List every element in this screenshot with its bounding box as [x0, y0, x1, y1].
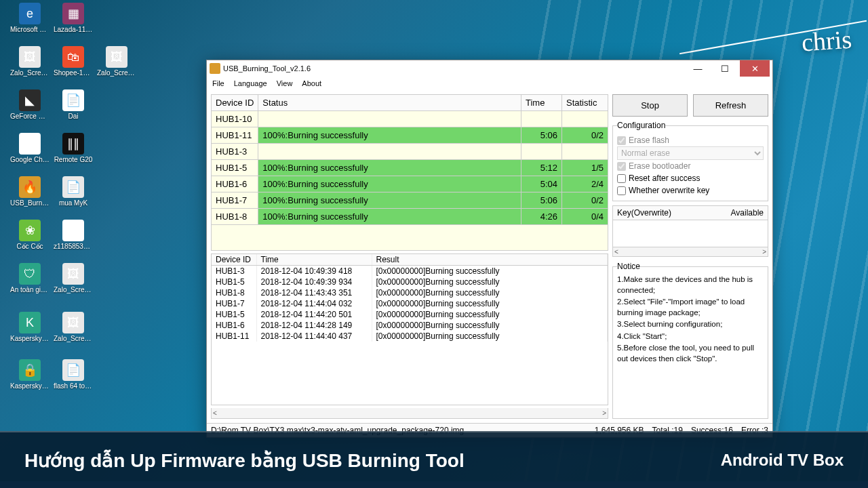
table-row[interactable]: HUB1-7 100%:Burning successfully 5:06 0/… — [212, 192, 608, 209]
cell-id: HUB1-3 — [212, 144, 258, 160]
table-row[interactable]: HUB1-11 100%:Burning successfully 5:06 0… — [212, 127, 608, 144]
menu-view[interactable]: View — [277, 79, 293, 87]
table-row[interactable]: HUB1-8 100%:Burning successfully 4:26 0/… — [212, 209, 608, 225]
desktop-icon[interactable]: ∥∥ Remote G20 — [53, 133, 94, 163]
log-row[interactable]: HUB1-5 2018-12-04 10:49:39 934 [0x000000… — [212, 277, 608, 287]
notice-line: 3.Select burning configuration; — [617, 319, 764, 330]
minimize-button[interactable]: — — [686, 60, 710, 77]
notice-line: 1.Make sure the devices and the hub is c… — [617, 274, 764, 296]
desktop-icon[interactable]: 🖼 Zalo_Scree… — [53, 312, 94, 342]
log-col-id[interactable]: Device ID — [212, 254, 256, 266]
cell-time: 5:06 — [521, 127, 562, 144]
cell-stat — [562, 144, 608, 160]
desktop-icon[interactable]: 🖼 Zalo_Scree… — [9, 46, 50, 77]
cell-status: 100%:Burning successfully — [258, 160, 521, 176]
desktop-icon[interactable]: 📄 flash 64 toshiba — [53, 359, 94, 390]
menu-language[interactable]: Language — [234, 79, 267, 87]
table-row[interactable]: HUB1-3 — [212, 144, 608, 160]
app-icon: 🖼 — [62, 312, 84, 333]
title-bar[interactable]: USB_Burning_Tool_v2.1.6 — ☐ ✕ — [207, 60, 772, 77]
desktop-icon[interactable]: 🖼 Zalo_Scree… — [53, 263, 94, 293]
erase-bootloader-checkbox[interactable]: Erase bootloader — [617, 160, 764, 172]
icon-label: Zalo_Scree… — [54, 286, 93, 293]
icon-label: Zalo_Scree… — [10, 69, 50, 77]
taskbar[interactable] — [0, 481, 868, 488]
table-row[interactable]: HUB1-5 100%:Burning successfully 5:12 1/… — [212, 160, 608, 176]
maximize-button[interactable]: ☐ — [713, 60, 737, 77]
overwrite-key-checkbox[interactable]: Whether overwrite key — [617, 184, 764, 197]
log-col-result[interactable]: Result — [372, 254, 608, 266]
cell-time: 2018-12-04 11:44:28 149 — [256, 320, 372, 331]
cell-time — [521, 144, 562, 160]
erase-flash-checkbox[interactable]: Erase flash — [617, 134, 764, 146]
app-window: USB_Burning_Tool_v2.1.6 — ☐ ✕ FileLangua… — [206, 60, 773, 438]
erase-flash-label: Erase flash — [629, 136, 669, 145]
app-icon: 📄 — [62, 89, 84, 111]
cell-id: HUB1-5 — [212, 277, 256, 287]
close-button[interactable]: ✕ — [740, 60, 770, 77]
log-row[interactable]: HUB1-5 2018-12-04 11:44:20 501 [0x000000… — [212, 309, 608, 320]
cell-time: 2018-12-04 10:49:39 934 — [256, 277, 372, 287]
col-device-id[interactable]: Device ID — [212, 95, 258, 111]
app-icon: ▯ — [62, 220, 84, 241]
overlay-subtitle: Android TV Box — [721, 451, 844, 470]
cell-status: 100%:Burning successfully — [258, 176, 521, 192]
status-table: Device ID Status Time Statistic HUB1-10 … — [211, 94, 608, 251]
log-row[interactable]: HUB1-7 2018-12-04 11:44:04 032 [0x000000… — [212, 298, 608, 309]
desktop-icon[interactable]: 📄 mua MyK — [53, 176, 94, 207]
icon-label: Zalo_Scree… — [97, 69, 136, 77]
menu-file[interactable]: File — [212, 79, 224, 87]
desktop-icon[interactable]: 🛍 Shopee-11… — [53, 46, 94, 77]
cell-id: HUB1-8 — [212, 209, 258, 225]
cell-time: 5:06 — [521, 192, 562, 209]
key-col-available[interactable]: Available — [727, 206, 768, 220]
desktop-icon[interactable]: 🛡 An toàn giao dịch tài chính — [9, 263, 50, 293]
log-row[interactable]: HUB1-6 2018-12-04 11:44:28 149 [0x000000… — [212, 320, 608, 331]
table-row[interactable]: HUB1-10 — [212, 111, 608, 127]
desktop-icon[interactable]: ❀ Cốc Cốc — [9, 220, 50, 250]
log-row[interactable]: HUB1-8 2018-12-04 11:43:43 351 [0x000000… — [212, 287, 608, 298]
desktop-icon[interactable]: e Microsoft Edge — [9, 3, 50, 33]
refresh-button[interactable]: Refresh — [693, 94, 768, 117]
cell-id: HUB1-6 — [212, 320, 256, 331]
desktop-icon[interactable]: ◣ GeForce Experience — [9, 89, 50, 120]
cell-time: 2018-12-04 11:44:04 032 — [256, 298, 372, 309]
erase-mode-select[interactable]: Normal erase — [617, 146, 764, 160]
col-time[interactable]: Time — [521, 95, 562, 111]
menu-about[interactable]: About — [302, 79, 321, 87]
desktop-icon[interactable]: ▯ z118585333… — [53, 220, 94, 250]
configuration-group: Configuration Erase flash Normal erase E… — [612, 121, 768, 201]
log-scrollbar[interactable]: <> — [211, 408, 608, 419]
desktop-icon[interactable]: 🖼 Zalo_Scree… — [96, 46, 137, 77]
reset-after-checkbox[interactable]: Reset after success — [617, 172, 764, 184]
stop-button[interactable]: Stop — [612, 94, 688, 117]
desktop-icon[interactable]: ◉ Google Chrome — [9, 133, 50, 163]
col-status[interactable]: Status — [258, 95, 521, 111]
icon-label: Cốc Cốc — [16, 243, 43, 250]
log-row[interactable]: HUB1-3 2018-12-04 10:49:39 418 [0x000000… — [212, 266, 608, 277]
icon-label: GeForce Experience — [10, 113, 50, 120]
cell-id: HUB1-8 — [212, 287, 256, 298]
app-icon: ∥∥ — [62, 133, 84, 155]
key-col-name[interactable]: Key(Overwrite) — [613, 206, 727, 220]
log-panel[interactable]: Device ID Time Result HUB1-3 2018-12-04 … — [211, 253, 608, 405]
erase-bootloader-label: Erase bootloader — [629, 161, 690, 171]
col-statistic[interactable]: Statistic — [562, 95, 608, 111]
reset-after-label: Reset after success — [629, 174, 700, 183]
cell-result: [0x00000000]Burning successfully — [372, 331, 608, 342]
desktop-icon[interactable]: ▦ Lazada-11.1… — [53, 3, 94, 33]
cell-result: [0x00000000]Burning successfully — [372, 277, 608, 287]
log-row[interactable]: HUB1-11 2018-12-04 11:44:40 437 [0x00000… — [212, 331, 608, 342]
desktop-icon[interactable]: K Kaspersky Internet… — [9, 312, 50, 342]
icon-label: z118585333… — [54, 243, 93, 250]
desktop-icon[interactable]: 📄 Dai — [53, 89, 94, 120]
icon-label: Google Chrome — [10, 156, 50, 163]
cell-result: [0x00000000]Burning successfully — [372, 266, 608, 277]
key-scrollbar[interactable]: <> — [612, 247, 768, 257]
log-col-time[interactable]: Time — [256, 254, 372, 266]
table-row[interactable]: HUB1-6 100%:Burning successfully 5:04 2/… — [212, 176, 608, 192]
desktop-icon[interactable]: 🔒 Kaspersky Secure… — [9, 359, 50, 390]
app-icon: ◉ — [19, 133, 41, 155]
desktop-icon[interactable]: 🔥 USB_Burni… — [9, 176, 50, 207]
cell-id: HUB1-7 — [212, 192, 258, 209]
